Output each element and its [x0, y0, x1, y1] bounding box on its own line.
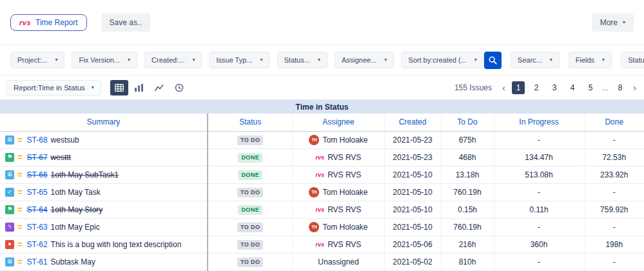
issue-key-link[interactable]: ST-68 [27, 136, 48, 145]
column-header-status[interactable]: Status [208, 114, 293, 131]
more-button[interactable]: More ▾ [592, 14, 634, 32]
issue-key-link[interactable]: ST-64 [27, 205, 48, 214]
subtask-icon: ⊞ [5, 136, 14, 145]
rvs-avatar-icon: rvs [316, 172, 325, 178]
next-page-button[interactable]: › [632, 83, 638, 92]
filter-label: Issue Typ... [216, 56, 252, 64]
column-header-done[interactable]: Done [584, 114, 644, 131]
page-button-2[interactable]: 2 [530, 81, 543, 94]
page-button-8[interactable]: 8 [614, 81, 627, 94]
done-hours-cell: 72.53h [584, 148, 644, 166]
page-button-3[interactable]: 3 [548, 81, 561, 94]
more-label: More [600, 18, 618, 27]
line-chart-view-button[interactable] [150, 80, 168, 95]
column-header-summary[interactable]: Summary [0, 114, 208, 131]
summary-content: ⚑=ST-641oth May Story [0, 205, 207, 214]
table-row: ⊞=ST-68westsubTO DOTHTom Holoake2021-05-… [0, 131, 644, 148]
table-body: ⊞=ST-68westsubTO DOTHTom Holoake2021-05-… [0, 131, 644, 270]
page-button-1[interactable]: 1 [512, 81, 525, 94]
pagination: 155 Issues ‹ 12345...8 › [454, 81, 638, 94]
issue-key-link[interactable]: ST-62 [27, 240, 48, 249]
filter-fix-version[interactable]: Fix Version...▾ [72, 52, 137, 68]
assignee-name: Unassigned [318, 257, 358, 266]
assignee: rvsRVS RVS [316, 240, 362, 249]
bug-icon: ● [5, 240, 14, 249]
summary-content: ⊞=ST-68westsub [0, 136, 207, 145]
filter-issue-type[interactable]: Issue Typ...▾ [209, 52, 269, 68]
line-icon [155, 84, 164, 92]
rvs-avatar-icon: rvs [316, 206, 325, 213]
filter-assignee[interactable]: Assignee...▾ [335, 52, 394, 68]
column-header-in-progress[interactable]: In Progress [494, 114, 584, 131]
filter-label: Fix Version... [79, 56, 120, 64]
column-header-assignee[interactable]: Assignee [293, 114, 384, 131]
issue-key-link[interactable]: ST-61 [27, 257, 48, 266]
filter-project[interactable]: Project:...▾ [10, 52, 64, 68]
prev-page-button[interactable]: ‹ [501, 83, 507, 92]
page-numbers: 12345...8 [512, 81, 627, 94]
table-view-button[interactable] [110, 80, 128, 95]
filter-label: Sort by:created (... [408, 56, 466, 64]
report-selector-label: Report:Time in Status [14, 84, 85, 92]
issue-key-link[interactable]: ST-66 [27, 170, 48, 179]
status-cell: TO DO [208, 218, 293, 236]
bar-chart-view-button[interactable] [130, 80, 148, 95]
filter-bar: Project:...▾Fix Version...▾Created:...▾I… [0, 45, 644, 75]
priority-medium-icon: = [17, 153, 23, 161]
summary-content: ⊞=ST-661oth May SubTask1 [0, 170, 207, 179]
filter-sort-by[interactable]: Sort by:created (...▾ [401, 52, 484, 68]
report-selector[interactable]: Report:Time in Status ▾ [6, 80, 101, 95]
column-header-to-do[interactable]: To Do [441, 114, 494, 131]
avatar: TH [309, 222, 319, 232]
table-title: Time in Status [0, 99, 644, 114]
todo-hours-cell: 216h [441, 236, 494, 253]
chevron-down-icon: ▾ [550, 57, 552, 63]
created-cell: 2021-05-10 [384, 183, 441, 201]
column-header-created[interactable]: Created [384, 114, 441, 131]
chevron-down-icon: ▾ [260, 57, 263, 63]
filter-status[interactable]: Status...▾ [277, 52, 327, 68]
in-progress-hours-cell: - [494, 131, 584, 148]
time-report-button[interactable]: rvs Time Report [10, 14, 87, 31]
page-button-4[interactable]: 4 [566, 81, 579, 94]
filter-created[interactable]: Created:...▾ [144, 52, 202, 68]
page-ellipsis: ... [602, 83, 609, 92]
issue-key-link[interactable]: ST-63 [27, 223, 48, 232]
epic-icon: ϟ [5, 223, 14, 232]
issue-key-link[interactable]: ST-67 [27, 153, 48, 162]
search-button[interactable] [484, 52, 502, 69]
in-progress-hours-cell: - [494, 183, 584, 201]
subtask-icon: ⊞ [5, 257, 14, 266]
task-icon: ✓ [5, 188, 14, 197]
table-header-row: SummaryStatusAssigneeCreatedTo DoIn Prog… [0, 114, 644, 131]
avatar: TH [309, 135, 319, 145]
todo-hours-cell: 760.19h [441, 218, 494, 236]
todo-hours-cell: 13.18h [441, 166, 494, 183]
filter-group-left: Project:...▾Fix Version...▾Created:...▾I… [10, 52, 484, 68]
time-view-button[interactable] [170, 80, 188, 95]
filter-group-right: Searc...▾Fields▾Statuses▾ [511, 52, 644, 68]
created-cell: 2021-05-02 [384, 253, 441, 270]
story-icon: ⚑ [5, 205, 14, 214]
save-as-button[interactable]: Save as.. [101, 14, 150, 32]
page-button-5[interactable]: 5 [584, 81, 597, 94]
filter-statuses[interactable]: Statuses▾ [621, 52, 644, 68]
in-progress-hours-cell: 513.08h [494, 166, 584, 183]
filter-fields[interactable]: Fields▾ [569, 52, 612, 68]
issues-count: 155 Issues [454, 83, 492, 92]
summary-cell: ⚑=ST-641oth May Story [0, 201, 208, 218]
rvs-avatar-icon: rvs [316, 154, 325, 161]
issue-summary: 1oth May Story [51, 205, 103, 214]
status-badge: TO DO [237, 240, 263, 250]
chevron-down-icon: ▾ [384, 57, 387, 63]
filter-search-text[interactable]: Searc...▾ [511, 52, 560, 68]
assignee-cell: rvsRVS RVS [293, 236, 384, 253]
priority-medium-icon: = [17, 257, 23, 266]
assignee: THTom Holoake [309, 187, 367, 197]
issue-key-link[interactable]: ST-65 [27, 188, 48, 197]
done-hours-cell: 233.92h [584, 166, 644, 183]
priority-medium-icon: = [17, 136, 23, 144]
table-row: ϟ=ST-631oth May EpicTO DOTHTom Holoake20… [0, 218, 644, 236]
summary-cell: ●=ST-62This is a bug with long text desc… [0, 236, 208, 253]
summary-cell: ⊞=ST-68westsub [0, 131, 208, 148]
